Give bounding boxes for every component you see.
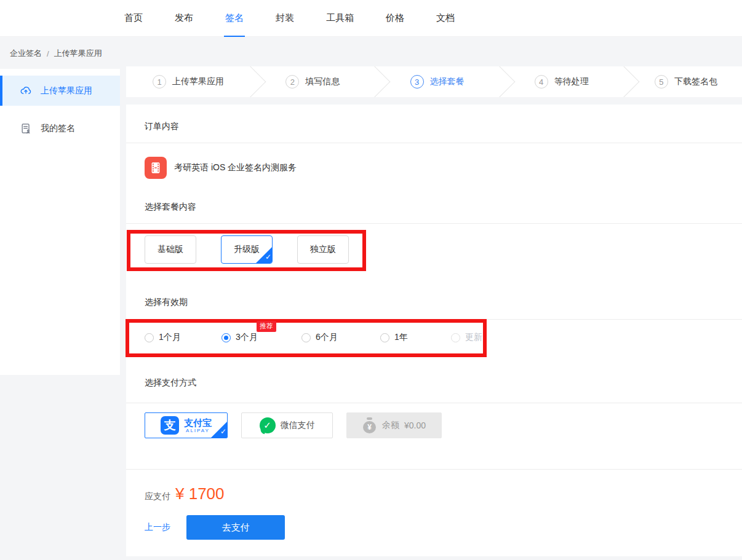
validity-section-title: 选择有效期 — [145, 297, 188, 308]
package-option-standalone[interactable]: 独立版 — [297, 235, 349, 264]
payable-label: 应支付 — [145, 491, 170, 502]
radio-icon — [380, 333, 389, 342]
step-number: 3 — [410, 75, 424, 89]
cloud-upload-icon — [20, 85, 32, 97]
sidebar-item-my-signatures[interactable]: 我的签名 — [0, 113, 120, 143]
balance-amount: ¥0.00 — [404, 420, 426, 430]
sidebar-item-upload-app[interactable]: 上传苹果应用 — [0, 76, 120, 106]
alipay-label: 支付宝 ALIPAY — [184, 418, 212, 433]
validity-option-1-year[interactable]: 1年 — [380, 332, 451, 343]
selected-check-icon: ✓ — [211, 422, 227, 438]
nav-item-price[interactable]: 价格 — [385, 0, 405, 37]
radio-icon — [451, 333, 460, 342]
validity-option-3-months[interactable]: 3个月 — [221, 332, 301, 343]
nav-item-sign[interactable]: 签名 — [224, 0, 245, 37]
sidebar-item-label: 上传苹果应用 — [41, 85, 92, 97]
sidebar-item-label: 我的签名 — [41, 123, 75, 134]
validity-options: 1个月 3个月 6个月 1年 更新 — [145, 331, 482, 344]
validity-option-renew: 更新 — [451, 332, 482, 343]
step-chevron-icon — [733, 66, 742, 97]
step-number: 5 — [655, 75, 668, 89]
payment-option-balance: ¥ 余额 ¥0.00 — [346, 412, 442, 438]
validity-option-1-month[interactable]: 1个月 — [145, 332, 221, 343]
package-option-label: 独立版 — [310, 244, 336, 255]
step-chevron-icon — [608, 66, 639, 97]
step-chevron-icon — [235, 66, 266, 97]
step-label: 上传苹果应用 — [172, 76, 224, 87]
nav-item-package[interactable]: 封装 — [274, 0, 295, 37]
validity-option-6-months[interactable]: 6个月 — [301, 332, 380, 343]
validity-option-label: 1年 — [394, 332, 408, 343]
divider — [126, 469, 742, 470]
breadcrumb-current: 上传苹果应用 — [54, 48, 102, 59]
radio-icon — [221, 333, 231, 342]
step-number: 2 — [285, 75, 299, 89]
validity-option-label: 3个月 — [236, 332, 258, 343]
divider — [126, 403, 742, 403]
nav-item-home[interactable]: 首页 — [123, 0, 144, 37]
nav-item-toolbox[interactable]: 工具箱 — [325, 0, 355, 37]
previous-step-link[interactable]: 上一步 — [145, 522, 170, 533]
order-panel: 订单内容 考研英语 iOS 企业签名内测服务 选择套餐内容 基础版 升 — [126, 105, 742, 556]
step-progress-bar: 1 上传苹果应用 2 填写信息 3 选择套餐 4 等待处理 5 下载签名包 — [126, 66, 742, 97]
nav-item-docs[interactable]: 文档 — [435, 0, 456, 37]
top-nav: 首页 发布 签名 封装 工具箱 价格 文档 — [0, 0, 742, 37]
step-label: 填写信息 — [305, 76, 340, 87]
step-chevron-icon — [484, 66, 515, 97]
step-number: 4 — [535, 75, 548, 89]
sidebar: 上传苹果应用 我的签名 — [0, 69, 120, 375]
validity-option-label: 1个月 — [159, 332, 181, 343]
wechat-label: 微信支付 — [281, 420, 315, 431]
divider — [126, 143, 742, 143]
app-name: 考研英语 iOS 企业签名内测服务 — [174, 162, 297, 173]
radio-icon — [301, 333, 311, 342]
step-chevron-icon — [359, 66, 391, 97]
recommend-badge: 推荐 — [257, 321, 276, 332]
step-2-fill-info: 2 填写信息 — [250, 75, 375, 89]
step-number: 1 — [153, 75, 166, 89]
signature-doc-icon — [20, 122, 32, 135]
balance-label: 余额 — [382, 420, 399, 431]
step-4-wait-process: 4 等待处理 — [500, 75, 624, 89]
order-app-row: 考研英语 iOS 企业签名内测服务 — [145, 157, 297, 179]
alipay-icon: 支 — [161, 416, 179, 435]
selected-check-icon: ✓ — [256, 247, 272, 263]
payment-section-title: 选择支付方式 — [145, 377, 196, 388]
wechat-pay-icon: ✓ — [260, 417, 276, 433]
step-5-download: 5 下载签名包 — [624, 75, 742, 89]
step-label: 下载签名包 — [674, 76, 717, 87]
breadcrumb: 企业签名 / 上传苹果应用 — [10, 48, 102, 59]
breadcrumb-root[interactable]: 企业签名 — [10, 48, 42, 59]
package-option-label: 基础版 — [158, 244, 183, 255]
payment-option-alipay[interactable]: 支 支付宝 ALIPAY ✓ — [145, 412, 228, 438]
package-option-basic[interactable]: 基础版 — [145, 235, 196, 264]
breadcrumb-separator: / — [47, 49, 49, 58]
moneybag-icon: ¥ — [362, 417, 377, 433]
step-3-choose-plan: 3 选择套餐 — [375, 75, 499, 89]
validity-option-label: 更新 — [465, 332, 482, 343]
package-option-upgrade[interactable]: 升级版 ✓ — [221, 235, 273, 264]
validity-option-label: 6个月 — [316, 332, 338, 343]
payment-options: 支 支付宝 ALIPAY ✓ ✓ 微信支付 ¥ 余额 ¥0.00 — [145, 412, 442, 438]
footer-actions: 上一步 去支付 — [145, 515, 285, 540]
payable-amount: ¥ 1700 — [175, 484, 225, 503]
go-pay-button[interactable]: 去支付 — [186, 515, 285, 540]
step-label: 选择套餐 — [430, 76, 465, 87]
package-section-title: 选择套餐内容 — [145, 202, 196, 213]
package-options: 基础版 升级版 ✓ 独立版 — [145, 235, 349, 264]
payable-summary: 应支付 ¥ 1700 — [145, 484, 225, 503]
step-1-upload: 1 上传苹果应用 — [126, 75, 250, 89]
nav-item-publish[interactable]: 发布 — [174, 0, 194, 37]
divider — [126, 319, 742, 320]
step-label: 等待处理 — [554, 76, 589, 87]
radio-icon — [145, 333, 154, 342]
order-section-title: 订单内容 — [145, 121, 179, 132]
payment-option-wechat[interactable]: ✓ 微信支付 — [241, 412, 333, 438]
divider — [126, 223, 742, 224]
film-icon — [145, 157, 167, 179]
